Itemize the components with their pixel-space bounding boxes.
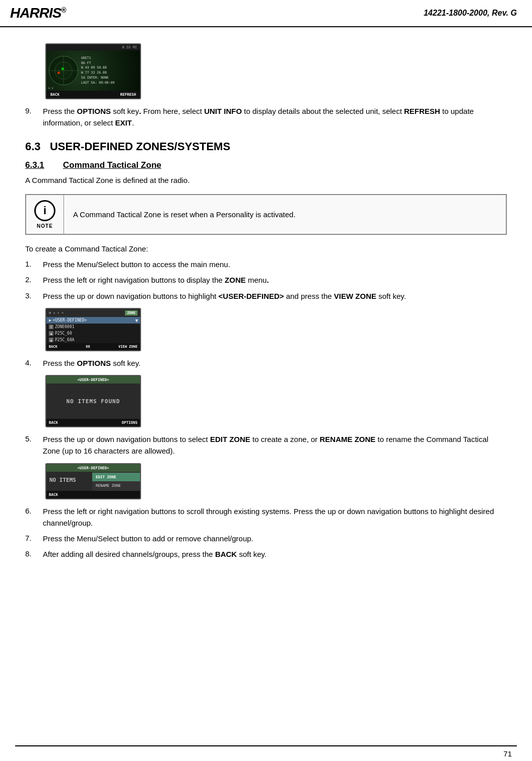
step-4-text: Press the OPTIONS soft key. (43, 357, 507, 369)
screen2-zone-tab: ZONE (125, 310, 138, 315)
subsection-6-3-1-title: 6.3.1 Command Tactical Zone (25, 160, 507, 170)
step-9: 9. Press the OPTIONS soft key. From here… (25, 105, 507, 129)
step-2-text: Press the left or right navigation butto… (43, 274, 507, 286)
screen2-softkeys: BACK 00 VIEW ZONE (46, 343, 140, 350)
step-2-num: 2. (25, 274, 43, 286)
step-4: 4. Press the OPTIONS soft key. (25, 357, 507, 369)
screen4-softkeys: BACK (46, 491, 140, 498)
step-9-text: Press the OPTIONS soft key. From here, s… (43, 105, 507, 129)
edit-zone-bold: EDIT ZONE (210, 435, 250, 443)
screen4-container: <USER-DEFINED> NO ITEMS EDIT ZONE RENAME… (45, 463, 507, 499)
step-1-text: Press the Menu/Select button to access t… (43, 259, 507, 270)
device-screen-3: <USER-DEFINED> NO ITEMS FOUND BACK OPTIO… (45, 375, 141, 427)
to-create-text: To create a Command Tactical Zone: (25, 243, 507, 255)
screen2-item-1: Z ZONE0001 (46, 324, 140, 330)
step-1-num: 1. (25, 259, 43, 270)
section-6-3-title: 6.3 USER-DEFINED ZONES/SYSTEMS (25, 140, 507, 153)
screen1-softkeys: BACK REFRESH (46, 91, 140, 98)
screen4-header: <USER-DEFINED> (46, 464, 140, 472)
screen4-rename-zone: RENAME ZONE (92, 481, 140, 490)
unit-info-bold: UNIT INFO (204, 107, 242, 115)
note-icon-area: i NOTE (26, 195, 64, 234)
note-text: A Command Tactical Zone is reset when a … (64, 195, 305, 234)
screen2-scroll-arrow: ▼ (136, 318, 138, 323)
step-7-text: Press the Menu/Select button to add or r… (43, 533, 507, 544)
zone-bold: ZONE (225, 276, 246, 284)
screen2-item-3: ▲ P25C_60A (46, 337, 140, 343)
step-7: 7. Press the Menu/Select button to add o… (25, 533, 507, 544)
note-icon: i (34, 200, 55, 221)
unit-info-text: UNIT1 86 FT N 43 09 50.88 W 77 33 26.88 … (78, 56, 138, 86)
note-box: i NOTE A Command Tactical Zone is reset … (25, 194, 507, 235)
screen2-item-0: ▶ <USER-DEFINED> (46, 317, 140, 324)
note-label: NOTE (37, 223, 53, 229)
step-7-num: 7. (25, 533, 43, 544)
step-8-num: 8. (25, 548, 43, 560)
step-1: 1. Press the Menu/Select button to acces… (25, 259, 507, 270)
step-3-text: Press the up or down navigation buttons … (43, 290, 507, 302)
rename-zone-bold: RENAME ZONE (319, 435, 375, 443)
step-3-num: 3. (25, 290, 43, 302)
options-bold-4: OPTIONS (77, 359, 111, 367)
step-9-num: 9. (25, 105, 43, 129)
screen2-menu-list: ▶ <USER-DEFINED> Z ZONE0001 ▲ P25C_60 ▲ … (46, 317, 140, 343)
user-defined-bold: <USER-DEFINED> (219, 292, 284, 300)
step-2: 2. Press the left or right navigation bu… (25, 274, 507, 286)
view-zone-bold: VIEW ZONE (334, 292, 376, 300)
screen1-corner: 4/4 (48, 86, 53, 90)
page-footer: 71 (0, 745, 532, 761)
step-5: 5. Press the up or down navigation butto… (25, 433, 507, 457)
screen4-edit-zone: EDIT ZONE (92, 473, 140, 481)
step-6-text: Press the left or right navigation butto… (43, 505, 507, 529)
step-5-text: Press the up or down navigation buttons … (43, 433, 507, 457)
company-logo: HARRIS® (10, 5, 66, 21)
screen3-container: <USER-DEFINED> NO ITEMS FOUND BACK OPTIO… (45, 375, 507, 427)
page-content: 0.55 MI UNIT1 86 FT N 43 09 50.88 W 77 3… (0, 27, 532, 575)
options-bold: OPTIONS (77, 107, 111, 115)
radar-display (49, 56, 78, 85)
screen2-container: ⊞ ✦ ✦ ✎ ZONE ▶ <USER-DEFINED> Z ZONE0001… (45, 308, 507, 351)
screen3-header: <USER-DEFINED> (46, 376, 140, 384)
section-6-3: 6.3 USER-DEFINED ZONES/SYSTEMS (25, 140, 507, 153)
document-number: 14221-1800-2000, Rev. G (424, 9, 517, 18)
step-8: 8. After adding all desired channels/gro… (25, 548, 507, 560)
refresh-bold: REFRESH (404, 107, 440, 115)
step-4-num: 4. (25, 357, 43, 369)
screen3-body: NO ITEMS FOUND (46, 384, 140, 419)
radar-area: UNIT1 86 FT N 43 09 50.88 W 77 33 26.88 … (46, 50, 140, 91)
screen4-submenu: EDIT ZONE RENAME ZONE (92, 472, 140, 491)
device-screen-1: 0.55 MI UNIT1 86 FT N 43 09 50.88 W 77 3… (45, 43, 141, 99)
page-header: HARRIS® 14221-1800-2000, Rev. G (0, 0, 532, 27)
screen1-topbar: 0.55 MI (46, 44, 140, 50)
device-screen-4: <USER-DEFINED> NO ITEMS EDIT ZONE RENAME… (45, 463, 141, 499)
screen4-body: NO ITEMS EDIT ZONE RENAME ZONE (46, 472, 140, 491)
screen2-item-2: ▲ P25C_60 (46, 330, 140, 337)
step-6-num: 6. (25, 505, 43, 529)
back-bold: BACK (215, 550, 237, 558)
device-screen-2: ⊞ ✦ ✦ ✎ ZONE ▶ <USER-DEFINED> Z ZONE0001… (45, 308, 141, 351)
exit-bold: EXIT (115, 118, 131, 127)
step-5-num: 5. (25, 433, 43, 457)
screen1-container: 0.55 MI UNIT1 86 FT N 43 09 50.88 W 77 3… (45, 43, 507, 99)
step-8-text: After adding all desired channels/groups… (43, 548, 507, 560)
section-6-3-1: 6.3.1 Command Tactical Zone (25, 160, 507, 170)
footer-content: 71 (0, 746, 532, 761)
screen3-softkeys: BACK OPTIONS (46, 419, 140, 426)
page-number: 71 (503, 749, 512, 758)
step-6: 6. Press the left or right navigation bu… (25, 505, 507, 529)
screen2-top-icons: ⊞ ✦ ✦ ✎ ZONE (46, 309, 140, 317)
intro-paragraph: A Command Tactical Zone is defined at th… (25, 174, 507, 186)
screen4-main: NO ITEMS (46, 472, 92, 491)
registered-mark: ® (61, 6, 65, 14)
step-3: 3. Press the up or down navigation butto… (25, 290, 507, 302)
